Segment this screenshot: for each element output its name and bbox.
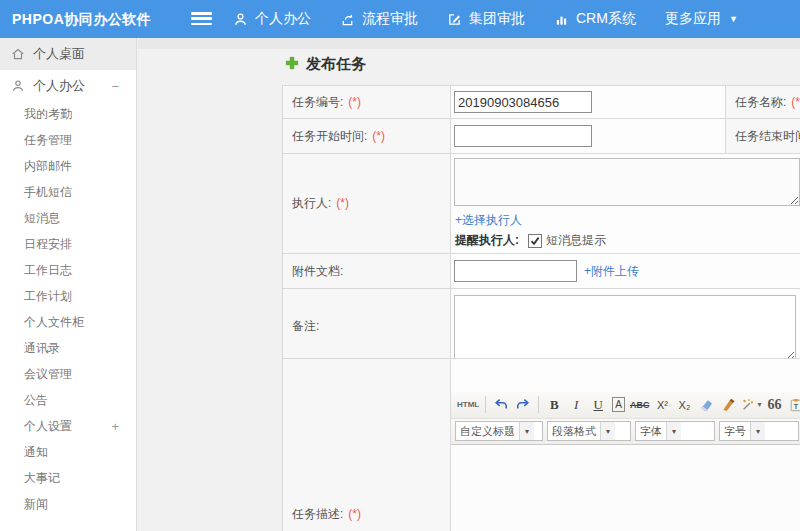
task-number-input[interactable] (454, 91, 592, 113)
hamburger-menu-icon[interactable] (191, 12, 212, 26)
main-content: 发布任务 任务编号:(*) 任务名称:(*) 任务开始时间:(*) 任务结束时间… (138, 38, 800, 531)
task-form-table: 任务编号:(*) 任务名称:(*) 任务开始时间:(*) 任务结束时间:(*) … (282, 85, 800, 365)
app-logo: PHPOA协同办公软件 (12, 0, 151, 38)
bold-button[interactable]: B (545, 395, 563, 415)
required-mark: (*) (348, 507, 361, 521)
sidebar-item-personal-settings[interactable]: 个人设置+ (0, 413, 136, 439)
font-family-dropdown[interactable]: 字体▾ (635, 421, 715, 441)
nav-label: 更多应用 (665, 10, 721, 28)
collapse-indicator[interactable]: − (111, 78, 119, 93)
eraser-icon[interactable] (697, 395, 715, 415)
task-name-label: 任务名称:(*) (726, 86, 800, 119)
required-mark: (*) (336, 196, 349, 210)
sidebar-item-work-plan[interactable]: 工作计划 (0, 283, 136, 309)
top-bar: PHPOA协同办公软件 个人办公 流程审批 集团审批 (0, 0, 800, 38)
expand-indicator[interactable]: + (111, 419, 119, 434)
superscript-button[interactable]: X² (653, 395, 671, 415)
nav-crm-system[interactable]: CRM系统 (554, 10, 636, 28)
start-time-input[interactable] (454, 125, 592, 147)
font-size-dropdown[interactable]: 字号▾ (719, 421, 799, 441)
home-icon (11, 47, 25, 61)
nav-label: 集团审批 (469, 10, 525, 28)
nav-group-approval[interactable]: 集团审批 (447, 10, 525, 28)
caret-down-icon: ▾ (519, 422, 534, 440)
description-label-cell: 任务描述:(*) (283, 359, 451, 531)
page-title: 发布任务 (285, 55, 366, 74)
plus-icon (285, 56, 299, 74)
sidebar-item-sms[interactable]: 手机短信 (0, 179, 136, 205)
rich-text-editor: HTML B I U A ABC X² (451, 359, 800, 531)
undo-icon[interactable] (492, 395, 510, 415)
description-label: 任务描述: (292, 507, 343, 521)
editor-content-area[interactable] (451, 445, 800, 531)
nav-label: 流程审批 (362, 10, 418, 28)
attachment-upload-link[interactable]: +附件上传 (584, 263, 639, 280)
nav-process-approval[interactable]: 流程审批 (340, 10, 418, 28)
redo-icon[interactable] (514, 395, 532, 415)
attachment-input[interactable] (454, 260, 577, 282)
magic-wand-icon[interactable]: ▾ (741, 395, 761, 415)
user-icon (11, 79, 25, 93)
required-mark: (*) (372, 129, 385, 143)
caret-down-icon: ▾ (750, 422, 765, 440)
nav-label: 个人办公 (255, 10, 311, 28)
blockquote-button[interactable]: 66 (765, 395, 783, 415)
remind-executor-label: 提醒执行人: (455, 232, 519, 249)
description-table: 任务描述:(*) HTML B (282, 358, 800, 531)
nav-label: CRM系统 (576, 10, 636, 28)
sidebar-item-announcement[interactable]: 公告 (0, 387, 136, 413)
sidebar-item-personal-files[interactable]: 个人文件柜 (0, 309, 136, 335)
sidebar-item-personal-desktop[interactable]: 个人桌面 (0, 38, 136, 70)
bar-chart-icon (554, 12, 569, 27)
subscript-button[interactable]: X₂ (675, 395, 693, 415)
paintbrush-icon[interactable] (719, 395, 737, 415)
font-style-button[interactable]: A (612, 397, 625, 412)
underline-button[interactable]: U (589, 395, 607, 415)
caret-down-icon: ▾ (600, 422, 615, 440)
sidebar-item-contacts[interactable]: 通讯录 (0, 335, 136, 361)
executor-textarea[interactable] (454, 158, 800, 206)
task-number-label: 任务编号:(*) (283, 86, 451, 119)
app-window: PHPOA协同办公软件 个人办公 流程审批 集团审批 (0, 0, 800, 531)
edit-square-icon (447, 12, 462, 27)
sidebar-item-meeting-management[interactable]: 会议管理 (0, 361, 136, 387)
source-code-button[interactable]: HTML (457, 395, 479, 415)
sms-remind-checkbox[interactable] (528, 234, 542, 248)
editor-toolbar-row2: 自定义标题▾ 段落格式▾ 字体▾ 字号▾ (451, 419, 800, 445)
nav-personal-office[interactable]: 个人办公 (233, 10, 311, 28)
editor-toolbar-row1: HTML B I U A ABC X² (451, 392, 800, 419)
content-top-strip (138, 38, 800, 49)
paste-icon[interactable]: T (787, 395, 800, 415)
custom-heading-dropdown[interactable]: 自定义标题▾ (455, 421, 543, 441)
sidebar-item-work-log[interactable]: 工作日志 (0, 257, 136, 283)
sidebar: 个人桌面 个人办公 − 我的考勤 任务管理 内部邮件 手机短信 短消息 日程安排… (0, 38, 137, 531)
choose-executor-link[interactable]: +选择执行人 (455, 213, 522, 227)
top-nav: 个人办公 流程审批 集团审批 CRM系统 更多应用 (233, 0, 767, 38)
nav-more-apps[interactable]: 更多应用 ▼ (665, 10, 738, 28)
italic-button[interactable]: I (567, 395, 585, 415)
process-approval-icon (340, 12, 355, 27)
sidebar-item-task-management[interactable]: 任务管理 (0, 127, 136, 153)
executor-label: 执行人:(*) (283, 154, 451, 254)
sidebar-item-personal-office[interactable]: 个人办公 − (0, 70, 136, 101)
sidebar-item-news[interactable]: 新闻 (0, 491, 136, 517)
sidebar-item-milestones[interactable]: 大事记 (0, 465, 136, 491)
remark-textarea[interactable] (454, 295, 796, 361)
caret-down-icon: ▼ (729, 15, 738, 24)
sidebar-item-schedule[interactable]: 日程安排 (0, 231, 136, 257)
sidebar-item-my-attendance[interactable]: 我的考勤 (0, 101, 136, 127)
paragraph-format-dropdown[interactable]: 段落格式▾ (547, 421, 631, 441)
sidebar-item-internal-mail[interactable]: 内部邮件 (0, 153, 136, 179)
remark-label: 备注: (283, 289, 451, 365)
attachment-label: 附件文档: (283, 254, 451, 289)
strikethrough-button[interactable]: ABC (630, 395, 650, 415)
end-time-label: 任务结束时间:(*) (726, 119, 800, 154)
caret-down-icon: ▾ (757, 400, 761, 409)
user-icon (233, 12, 248, 27)
start-time-label: 任务开始时间:(*) (283, 119, 451, 154)
sidebar-item-short-message[interactable]: 短消息 (0, 205, 136, 231)
required-mark: (*) (791, 95, 800, 109)
sidebar-item-notice[interactable]: 通知 (0, 439, 136, 465)
required-mark: (*) (348, 95, 361, 109)
svg-text:T: T (794, 402, 799, 409)
